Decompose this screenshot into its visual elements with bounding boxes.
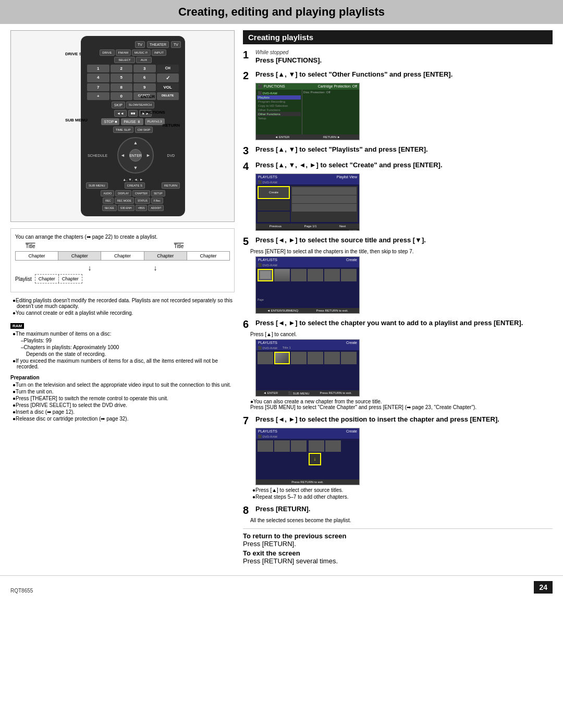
rec-button[interactable]: REC xyxy=(103,198,114,204)
setup-button[interactable]: SETUP xyxy=(151,190,165,196)
schedule-label: SCHEDULE xyxy=(87,154,108,157)
btn-6[interactable]: 6 xyxy=(133,73,156,82)
bss-button[interactable]: ×BSS xyxy=(136,205,148,211)
prep-item-0: ●Turn on the television and select the a… xyxy=(10,382,235,388)
right-column: Creating playlists 1 While stopped Press… xyxy=(243,30,553,565)
rec-mode-button[interactable]: REC MODE xyxy=(115,198,134,204)
btn-3[interactable]: 3 xyxy=(133,65,156,72)
musicp-button[interactable]: MUSIC P. xyxy=(132,50,151,56)
btn-2[interactable]: 2 xyxy=(111,65,133,72)
screen2-menu-other-selected: Other Functions xyxy=(257,112,301,116)
btn-4[interactable]: 4 xyxy=(87,73,109,82)
screen4-page: Page 1/1 xyxy=(304,225,316,228)
step-5-screen: PLAYLISTS Create ⬛ DVD-RAM xyxy=(255,256,360,314)
stop-button[interactable]: STOP ■ xyxy=(101,118,119,125)
btn-ch[interactable]: CH xyxy=(157,65,179,72)
screen5-return-label: Press RETURN to exit. xyxy=(316,309,348,312)
step-1-number: 1 xyxy=(243,50,252,60)
ram-note-4: ●If you exceed the maximum numbers of it… xyxy=(10,358,235,369)
secee-button[interactable]: SEC/EE xyxy=(102,205,117,211)
nav-down-arrow[interactable]: ▼ xyxy=(133,165,138,170)
create-button[interactable]: CREATE S xyxy=(125,182,145,189)
fmam-button[interactable]: FM/AM xyxy=(116,50,131,56)
step-8-text: Press [RETURN]. xyxy=(255,505,553,514)
step-3-number: 3 xyxy=(243,145,252,156)
screen5-thumb4 xyxy=(308,269,323,281)
screen5-thumb6 xyxy=(341,269,357,281)
aux-button[interactable]: AUX xyxy=(136,57,152,63)
chapter-button[interactable]: CHAPTER xyxy=(132,190,150,196)
cm-skip-button[interactable]: CM SKIP xyxy=(135,127,153,133)
screen7-bot-thumb2 xyxy=(325,440,341,452)
screen2-right-content: Disc Protection: Off xyxy=(303,91,358,94)
arrow-down-1: ↓ xyxy=(88,264,92,272)
btn-1[interactable]: 1 xyxy=(87,65,109,72)
step-7-number: 7 xyxy=(243,415,252,426)
screen4-preview2 xyxy=(292,195,357,203)
audio-button[interactable]: AUDIO xyxy=(101,190,114,196)
editing-note-1: ●Editing playlists doesn't modify the re… xyxy=(10,298,235,309)
tv-button[interactable]: TV xyxy=(135,41,145,48)
screen6-thumb4 xyxy=(308,352,323,364)
display-button[interactable]: DISPLAY xyxy=(115,190,131,196)
tv2-button[interactable]: TV xyxy=(171,41,181,48)
btn-delete[interactable]: DELETE xyxy=(157,92,179,100)
screen6-thumb1 xyxy=(258,352,273,364)
pause-button[interactable]: PAUSE ⏸ xyxy=(121,118,143,125)
return-button[interactable]: RETURN xyxy=(162,182,180,189)
btn-5[interactable]: 5 xyxy=(111,73,133,82)
page-footer: RQT8655 24 xyxy=(0,575,563,599)
select-button[interactable]: SELECT xyxy=(114,57,135,63)
forward-button[interactable]: ■■ xyxy=(128,110,138,117)
btn-check[interactable]: ✓ xyxy=(157,73,179,82)
btn-7[interactable]: 7 xyxy=(87,83,109,91)
theater-button[interactable]: THEATER xyxy=(147,41,169,48)
screen7-top-thumb2 xyxy=(274,440,290,452)
screen6-thumb5 xyxy=(324,352,340,364)
btn-0[interactable]: 0 xyxy=(111,92,133,100)
slow-search-button[interactable]: SLOW/SEARCH xyxy=(126,102,154,108)
nav-circle[interactable]: ▲ ▼ ◄ ► ENTER xyxy=(117,137,154,174)
screen2-return-label: RETURN ► xyxy=(323,135,340,139)
rewind-button[interactable]: ◄◄ xyxy=(114,110,127,117)
screen5-thumb2 xyxy=(274,269,290,281)
screen4-next: Next xyxy=(339,225,346,228)
page-header: Creating, editing and playing playlists xyxy=(0,0,563,24)
nav-left-arrow[interactable]: ◄ xyxy=(120,153,125,158)
exit-note: Press [RETURN] several times. xyxy=(243,557,338,565)
adddit-button[interactable]: ADD/DIT xyxy=(148,205,164,211)
screen2-menu-dvdram: ⬛ DVD-RAM xyxy=(257,91,301,95)
time-slip-button[interactable]: TIME SLIP xyxy=(113,127,133,133)
screen5-dvdram: ⬛ DVD-RAM xyxy=(258,264,277,267)
step-6-extra-note: ●You can also create a new chapter from … xyxy=(243,399,553,410)
screen7-return-label: Press RETURN to exit. xyxy=(291,480,323,484)
ram-note-2: –Chapters in playlists: Approximately 10… xyxy=(10,344,235,350)
prep-item-2: ●Press [THEATER] to switch the remote co… xyxy=(10,396,235,401)
s3d-button[interactable]: S3D.ENH xyxy=(118,205,134,211)
skip-button[interactable]: SKIP xyxy=(112,102,125,108)
btn-8[interactable]: 8 xyxy=(111,83,133,91)
step-7: 7 Press [◄, ►] to select the position to… xyxy=(243,415,553,500)
enter-button[interactable]: ENTER xyxy=(129,149,142,162)
ram-note-0: ●The maximum number of items on a disc: xyxy=(10,331,235,337)
return-outside-label: RETURN xyxy=(163,123,180,128)
sub-menu-button[interactable]: SUB MENU xyxy=(86,182,108,189)
drive-button[interactable]: DRIVE xyxy=(100,50,114,56)
play-button[interactable]: PLAY/x1.3 xyxy=(145,118,165,125)
nav-up-arrow[interactable]: ▲ xyxy=(133,140,138,145)
screen6-create: Create xyxy=(346,341,357,344)
frec-button[interactable]: F.Rec xyxy=(151,198,163,204)
return-note-title: To return to the previous screen xyxy=(243,532,346,540)
btn-plus[interactable]: + xyxy=(87,92,109,100)
chapter-box-5: Chapter xyxy=(187,252,229,260)
screen7-top-thumb3 xyxy=(291,440,307,452)
btn-9[interactable]: 9 xyxy=(133,83,156,91)
prep-item-5: ●Release disc or cartridge protection (➡… xyxy=(10,416,235,422)
input-button[interactable]: INPUT xyxy=(152,50,166,56)
status-button[interactable]: STATUS xyxy=(135,198,150,204)
screen4-dvdram: ⬛ DVD-RAM xyxy=(258,181,277,184)
model-code: RQT8655 xyxy=(10,588,33,594)
nav-right-arrow[interactable]: ► xyxy=(146,153,151,158)
screen4-empty1 xyxy=(258,200,290,211)
step-6-screen: PLAYLISTS Create ⬛ DVD-RAM Title 1 xyxy=(255,339,360,397)
